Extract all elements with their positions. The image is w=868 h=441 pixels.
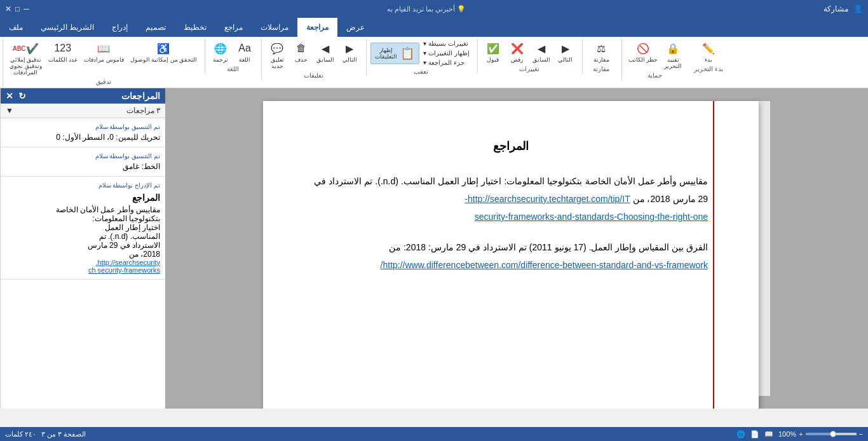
prev-comment-icon: ◀	[318, 41, 333, 56]
doc-content: المراجع مقاييس وأطر عمل الأمان الخاصة بت…	[263, 101, 759, 396]
minimize-btn[interactable]: ─	[24, 4, 29, 13]
accept-btn[interactable]: ✅ قبول	[482, 39, 505, 64]
group-compare: ⚖ مقارنة مقارنة	[582, 38, 620, 74]
review-pane-label: جزء المراجعة ▾	[423, 59, 465, 66]
new-comment-icon: 💬	[269, 41, 285, 56]
proofing-group-label: تدقيق	[7, 78, 200, 85]
accept-icon: ✅	[485, 41, 501, 56]
ink-buttons: ✏️ بدء	[697, 39, 720, 64]
block-author-label: حظر الكاتب	[628, 57, 658, 63]
delete-comment-icon: 🗑	[294, 41, 309, 56]
thesaurus-icon: 📖	[96, 41, 111, 56]
prev-change-btn[interactable]: ◀ السابق	[530, 39, 553, 64]
start-inking-btn[interactable]: ✏️ بدء	[697, 39, 720, 64]
changes-group-label: تغييرات	[482, 65, 577, 72]
thesaurus-label: قاموس مرادفات	[84, 57, 124, 63]
next-comment-btn[interactable]: ▶ التالي	[338, 39, 361, 64]
comments-group-label: تعليقات	[266, 72, 361, 79]
proofing-buttons: ✔️ABC تدقيق إملائيوتدقيق نحويالمرادفات 1…	[7, 39, 200, 77]
doc-red-line	[713, 101, 714, 409]
tab-insert[interactable]: إدراج	[103, 18, 137, 37]
review-panel: المراجعات ↻ ✕ ٣ مراجعات ▼ تم التنسيق بوا…	[0, 88, 165, 409]
show-changes-label: تغييرات بسيطة ▾	[423, 40, 468, 47]
next-comment-label: التالي	[342, 57, 357, 63]
tab-layout[interactable]: تخطيط	[175, 18, 215, 37]
show-markup-btn[interactable]: إظهار التغييرات ▾	[421, 49, 472, 57]
tab-file[interactable]: ملف	[0, 18, 32, 37]
prev-comment-label: السابق	[316, 57, 334, 63]
share-label[interactable]: مشاركة	[824, 4, 848, 13]
thesaurus-btn[interactable]: 📖 قاموس مرادفات	[81, 39, 126, 64]
review-item-3: تم الإدراج بواسطة سلام المراجع مقاييس وأ…	[1, 177, 165, 280]
review-item-3-content-1: مقاييس وأطر عمل الأمان الخاصة	[6, 205, 160, 214]
restrict-editing-icon: 🔒	[665, 41, 681, 56]
compare-btn[interactable]: ⚖ مقارنة	[590, 39, 613, 64]
next-change-icon: ▶	[558, 41, 573, 56]
word-count-label: عدد الكلمات	[48, 57, 78, 63]
next-change-btn[interactable]: ▶ التالي	[554, 39, 577, 64]
delete-comment-btn[interactable]: 🗑 حذف	[290, 39, 313, 64]
title-bar-center: 💡 أخبرني بما تريد القيام به	[29, 5, 824, 13]
main-container: المراجعات ↻ ✕ ٣ مراجعات ▼ تم التنسيق بوا…	[0, 88, 868, 409]
spell-check-label: تدقيق إملائيوتدقيق نحويالمرادفات	[10, 57, 42, 76]
review-item-2: تم التنسيق بواسطة سلام الخط: غامق	[1, 147, 165, 177]
prev-comment-btn[interactable]: ◀ السابق	[314, 39, 337, 64]
review-collapse-icon[interactable]: ▼	[6, 106, 13, 115]
restrict-editing-label: تقييدالتحرير	[664, 57, 682, 69]
accessibility-buttons: 🌐 ترجمة Aa اللغة	[209, 39, 256, 64]
tab-view[interactable]: عرض	[337, 18, 374, 37]
compare-group-label: مقارنة	[587, 65, 616, 72]
tracking-buttons: 📋 إظهارالتعليقات تغييرات بسيطة ▾ إظهار ا…	[370, 39, 472, 67]
review-link-2[interactable]: ch security-frameworks	[6, 266, 160, 274]
spell-check-btn[interactable]: ✔️ABC تدقيق إملائيوتدقيق نحويالمرادفات	[7, 39, 44, 77]
tab-references[interactable]: مراجع	[215, 18, 252, 37]
language-btn[interactable]: Aa اللغة	[233, 39, 256, 64]
doc-link-3[interactable]: http://www.differencebetween.com/differe…	[381, 260, 708, 270]
reject-icon: ❌	[510, 41, 525, 56]
accessibility-btn[interactable]: ♿ التحقق من إمكانية الوصول	[128, 39, 200, 64]
left-margin-bar	[759, 101, 770, 396]
review-refresh-icon[interactable]: ↻	[18, 91, 26, 101]
protect-buttons: 🚫 حظر الكاتب 🔒 تقييدالتحرير	[626, 39, 685, 71]
tracking-group-label: تعقب	[370, 68, 472, 75]
review-item-3-content-4: المناسب. (n.d.). تم	[6, 232, 160, 241]
new-comment-btn[interactable]: 💬 تعليقجديد	[266, 39, 288, 71]
ribbon-tabs: ملف الشريط الرئيسي إدراج تصميم تخطيط مرا…	[0, 18, 868, 37]
review-item-1: تم التنسيق بواسطة سلام تحريك لليمين: 0، …	[1, 118, 165, 147]
tab-home[interactable]: الشريط الرئيسي	[32, 18, 103, 37]
track-changes-icon: 📋	[400, 46, 415, 61]
review-pane-btn[interactable]: جزء المراجعة ▾	[421, 58, 472, 67]
prev-change-icon: ◀	[534, 41, 549, 56]
review-panel-body: تم التنسيق بواسطة سلام تحريك لليمين: 0، …	[1, 118, 165, 409]
review-item-3-content-6: 2018، من	[6, 250, 160, 259]
show-changes-btn[interactable]: تغييرات بسيطة ▾	[421, 39, 472, 48]
block-author-btn[interactable]: 🚫 حظر الكاتب	[626, 39, 661, 64]
restrict-editing-btn[interactable]: 🔒 تقييدالتحرير	[661, 39, 684, 71]
ribbon-body: ✔️ABC تدقيق إملائيوتدقيق نحويالمرادفات 1…	[0, 37, 868, 88]
group-proofing: ✔️ABC تدقيق إملائيوتدقيق نحويالمرادفات 1…	[3, 38, 203, 86]
tab-design[interactable]: تصميم	[137, 18, 175, 37]
review-close-icon[interactable]: ✕	[6, 91, 13, 101]
word-count-btn[interactable]: 123 عدد الكلمات	[46, 39, 81, 64]
group-accessibility: 🌐 ترجمة Aa اللغة اللغة	[205, 38, 260, 74]
reject-btn[interactable]: ❌ رفض	[506, 39, 529, 64]
prev-change-label: السابق	[532, 57, 550, 63]
tab-mailings[interactable]: مراسلات	[252, 18, 297, 37]
hint-text[interactable]: أخبرني بما تريد القيام به	[387, 5, 455, 13]
tab-review[interactable]: مراجعة	[297, 18, 337, 37]
maximize-btn[interactable]: □	[15, 4, 20, 13]
doc-link-1[interactable]: http://searchsecurity.techtarget.com/tip…	[465, 194, 630, 204]
reject-label: رفض	[511, 57, 523, 63]
doc-body: مقاييس وأطر عمل الأمان الخاصة بتكنولوجيا…	[314, 172, 708, 274]
review-item-2-content: الخط: غامق	[6, 162, 160, 171]
review-link-1[interactable]: http://searchsecurity.	[6, 259, 160, 266]
translate-btn[interactable]: 🌐 ترجمة	[209, 39, 232, 64]
review-item-3-content-3: اختيار إطار العمل	[6, 223, 160, 232]
doc-title: المراجع	[314, 139, 708, 153]
close-btn[interactable]: ✕	[5, 4, 11, 13]
delete-comment-label: حذف	[295, 57, 308, 63]
accessibility-icon: ♿	[156, 41, 171, 56]
doc-link-2[interactable]: security-frameworks-and-standards-Choosi…	[475, 212, 708, 222]
track-changes-btn[interactable]: 📋 إظهارالتعليقات	[370, 43, 419, 64]
language-group-label: اللغة	[209, 65, 256, 72]
